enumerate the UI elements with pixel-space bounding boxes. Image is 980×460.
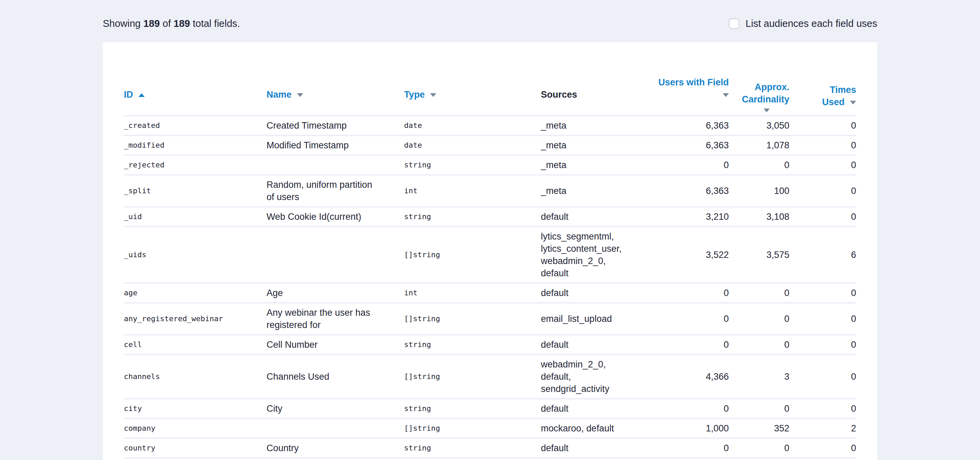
summary-total-count: 189: [173, 18, 190, 29]
cell-times-used: 6: [789, 227, 856, 283]
cell-field-type: string: [404, 335, 541, 355]
cell-field-type: string: [404, 207, 541, 227]
table-row[interactable]: ageAgeintdefault000: [124, 283, 856, 303]
cell-field-sources: default: [541, 458, 653, 460]
column-header-name[interactable]: Name: [266, 42, 404, 116]
column-header-times-used[interactable]: Times Used: [789, 42, 856, 116]
cell-field-id: channels: [124, 355, 266, 399]
table-row[interactable]: cityCitystringdefault000: [124, 399, 856, 419]
table-row[interactable]: channelsChannels Used[]stringwebadmin_2_…: [124, 355, 856, 399]
table-row[interactable]: _rejectedstring_meta000: [124, 155, 856, 175]
sort-descending-icon: [850, 101, 856, 105]
cell-field-type: int: [404, 283, 541, 303]
cell-field-name: [266, 155, 404, 175]
cell-field-sources: mockaroo, default: [541, 419, 653, 438]
cell-field-sources: default: [541, 399, 653, 419]
table-row[interactable]: _uidWeb Cookie Id(current)stringdefault3…: [124, 207, 856, 227]
column-header-approx-line1: Approx.: [729, 81, 789, 93]
column-header-sources: Sources: [541, 42, 653, 116]
cell-field-name: Modified Timestamp: [266, 135, 404, 155]
cell-field-id: _modified: [124, 135, 266, 155]
cell-approx-cardinality: 0: [729, 438, 789, 458]
column-header-type[interactable]: Type: [404, 42, 541, 116]
cell-times-used: 0: [789, 283, 856, 303]
column-header-times-line1: Times: [789, 84, 856, 96]
cell-field-type: string: [404, 438, 541, 458]
table-row[interactable]: cellCell Numberstringdefault000: [124, 335, 856, 355]
cell-approx-cardinality: 0: [729, 458, 789, 460]
cell-field-name: Age: [266, 283, 404, 303]
fields-table-card: ID Name Type Sources Users with Field: [103, 42, 877, 460]
table-row[interactable]: _splitRandom, uniform partition of users…: [124, 175, 856, 207]
table-header-row: ID Name Type Sources Users with Field: [124, 42, 856, 116]
cell-field-type: []string: [404, 355, 541, 399]
cell-approx-cardinality: 3,050: [729, 116, 789, 135]
cell-users-with-field: 6,363: [653, 175, 729, 207]
sort-descending-icon: [430, 93, 436, 97]
column-header-name-label: Name: [266, 89, 292, 100]
cell-times-used: 0: [789, 458, 856, 460]
cell-approx-cardinality: 100: [729, 175, 789, 207]
cell-times-used: 0: [789, 335, 856, 355]
cell-field-type: []string: [404, 458, 541, 460]
cell-field-type: string: [404, 399, 541, 419]
cell-field-sources: default: [541, 283, 653, 303]
topbar: Showing 189 of 189 total fields. List au…: [0, 0, 980, 30]
cell-field-id: any_registered_webinar: [124, 303, 266, 335]
fields-page: Showing 189 of 189 total fields. List au…: [0, 0, 980, 460]
cell-field-id: company: [124, 419, 266, 438]
table-row[interactable]: cvt_campaignsAll Campaigns Converted Fro…: [124, 458, 856, 460]
cell-field-type: date: [404, 116, 541, 135]
cell-times-used: 0: [789, 399, 856, 419]
table-row[interactable]: company[]stringmockaroo, default1,000352…: [124, 419, 856, 438]
column-header-users-with-field-label: Users with Field: [659, 77, 729, 88]
table-row[interactable]: _modifiedModified Timestampdate_meta6,36…: [124, 135, 856, 155]
column-header-users-with-field[interactable]: Users with Field: [653, 42, 729, 116]
table-row[interactable]: countryCountrystringdefault000: [124, 438, 856, 458]
cell-approx-cardinality: 1,078: [729, 135, 789, 155]
column-header-approx-line2: Cardinality: [729, 93, 789, 105]
cell-times-used: 0: [789, 355, 856, 399]
fields-table: ID Name Type Sources Users with Field: [124, 42, 856, 460]
column-header-id[interactable]: ID: [124, 42, 266, 116]
cell-approx-cardinality: 352: [729, 419, 789, 438]
list-audiences-toggle[interactable]: List audiences each field uses: [729, 18, 877, 29]
cell-approx-cardinality: 0: [729, 303, 789, 335]
cell-field-id: country: [124, 438, 266, 458]
column-header-sources-label: Sources: [541, 89, 578, 100]
column-header-approx-cardinality[interactable]: Approx. Cardinality: [729, 42, 789, 116]
list-audiences-checkbox[interactable]: [729, 18, 740, 29]
sort-ascending-icon: [138, 93, 145, 97]
cell-field-name: Random, uniform partition of users: [266, 175, 404, 207]
cell-users-with-field: 1,000: [653, 419, 729, 438]
cell-field-type: string: [404, 155, 541, 175]
cell-field-sources: _meta: [541, 135, 653, 155]
cell-field-sources: _meta: [541, 175, 653, 207]
cell-field-type: []string: [404, 227, 541, 283]
cell-field-name: [266, 227, 404, 283]
cell-approx-cardinality: 3,575: [729, 227, 789, 283]
table-row[interactable]: _uids[]stringlytics_segmentml, lytics_co…: [124, 227, 856, 283]
column-header-times-line2: Used: [789, 96, 856, 108]
cell-field-name: Cell Number: [266, 335, 404, 355]
cell-field-name: [266, 419, 404, 438]
cell-field-sources: _meta: [541, 116, 653, 135]
cell-approx-cardinality: 3: [729, 355, 789, 399]
cell-field-id: cell: [124, 335, 266, 355]
table-row[interactable]: _createdCreated Timestampdate_meta6,3633…: [124, 116, 856, 135]
cell-approx-cardinality: 0: [729, 155, 789, 175]
cell-field-id: _uids: [124, 227, 266, 283]
fields-count-summary: Showing 189 of 189 total fields.: [103, 16, 240, 30]
cell-times-used: 0: [789, 438, 856, 458]
table-body: _createdCreated Timestampdate_meta6,3633…: [124, 116, 856, 460]
summary-of-label: of: [163, 18, 171, 29]
cell-approx-cardinality: 0: [729, 283, 789, 303]
list-audiences-label: List audiences each field uses: [746, 18, 877, 29]
cell-field-id: _created: [124, 116, 266, 135]
cell-field-id: cvt_campaigns: [124, 458, 266, 460]
table-row[interactable]: any_registered_webinarAny webinar the us…: [124, 303, 856, 335]
cell-users-with-field: 3,522: [653, 227, 729, 283]
cell-field-type: []string: [404, 303, 541, 335]
cell-field-id: age: [124, 283, 266, 303]
cell-field-name: City: [266, 399, 404, 419]
